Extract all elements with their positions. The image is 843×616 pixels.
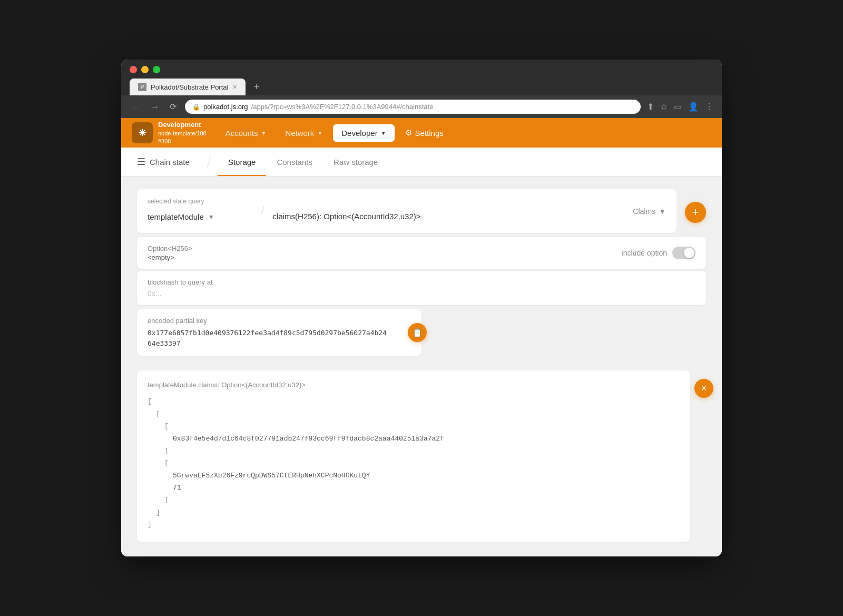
result-line-6: [	[148, 457, 680, 469]
tab-close-button[interactable]: ×	[232, 83, 237, 91]
result-line-10: ]	[148, 506, 680, 519]
encoded-value: 0x177e6857fb1d0e4093761​22fee3ad4f89c5d7…	[148, 328, 411, 348]
result-line-1: [	[148, 395, 680, 407]
tab-constants[interactable]: Constants	[266, 149, 323, 176]
blockhash-label: blockhash to query at	[148, 278, 695, 286]
new-tab-button[interactable]: +	[250, 80, 264, 95]
result-line-5: ]	[148, 445, 680, 457]
network-menu-item[interactable]: Network ▼	[277, 124, 331, 142]
result-line-7: 5GrwvaEF5zXb26Fz9rcQpDWS57CtERHpNehXCPcN…	[148, 470, 680, 482]
query-method-area: claims(H256): Option<(AccountId32,u32)>	[273, 201, 625, 221]
result-line-3: [	[148, 420, 680, 432]
accounts-arrow-icon: ▼	[261, 130, 266, 136]
browser-window: P Polkadot/Substrate Portal × + ← → ⟳ 🔒 …	[121, 60, 722, 556]
reload-button[interactable]: ⟳	[168, 100, 179, 114]
option-header: Option<H256> <empty> include option	[148, 245, 695, 261]
copy-icon: 📋	[412, 328, 423, 338]
bookmark-icon[interactable]: ☆	[660, 102, 668, 112]
main-content: selected state query templateModule ▼ / …	[121, 177, 722, 556]
logo-icon: ❋	[132, 122, 153, 143]
result-card: templateModule.claims: Option<(AccountId…	[137, 370, 690, 541]
tab-title: Polkadot/Substrate Portal	[151, 83, 228, 91]
page-subnav: ☰ Chain state Storage Constants Raw stor…	[121, 148, 722, 177]
settings-gear-icon: ⚙	[405, 128, 412, 138]
traffic-lights	[130, 66, 713, 73]
fullscreen-traffic-light[interactable]	[153, 66, 160, 73]
network-label: Network	[285, 129, 314, 138]
profile-icon[interactable]: 👤	[688, 102, 699, 112]
result-code: [ [ [ 0x83f4e5e4d7d1c64c8f027791adb247f9…	[148, 395, 680, 531]
subnav-divider	[207, 156, 211, 168]
settings-button[interactable]: ⚙ Settings	[397, 124, 452, 142]
address-domain: polkadot.js.org	[203, 103, 248, 111]
query-separator: /	[261, 205, 264, 217]
lock-icon: 🔒	[192, 103, 200, 111]
app-header: ❋ Development node-template/100 #308 Acc…	[121, 118, 722, 148]
app-nav-menu: Accounts ▼ Network ▼ Developer ▼ ⚙ Setti…	[217, 124, 711, 142]
forward-button[interactable]: →	[149, 100, 161, 114]
network-name: Development	[158, 120, 207, 130]
close-result-button[interactable]: ×	[694, 379, 713, 398]
query-label: selected state query	[148, 198, 253, 205]
tab-storage[interactable]: Storage	[218, 149, 267, 176]
logo-text: Development node-template/100 #308	[158, 120, 207, 146]
include-option-toggle[interactable]	[672, 247, 695, 259]
developer-menu-item[interactable]: Developer ▼	[333, 124, 394, 142]
result-line-11: ]	[148, 519, 680, 531]
module-name: templateModule	[148, 212, 204, 221]
query-type-arrow-icon: ▼	[659, 207, 666, 216]
back-button[interactable]: ←	[130, 100, 142, 114]
query-label-area: selected state query templateModule ▼	[148, 198, 253, 224]
address-bar[interactable]: 🔒 polkadot.js.org /apps/?rpc=ws%3A%2F%2F…	[185, 100, 641, 114]
query-type-selector[interactable]: Claims ▼	[633, 207, 666, 216]
browser-tab[interactable]: P Polkadot/Substrate Portal ×	[130, 79, 246, 95]
developer-arrow-icon: ▼	[381, 130, 386, 136]
nav-actions: ⬆ ☆ ▭ 👤 ⋮	[647, 102, 713, 112]
share-icon[interactable]: ⬆	[647, 102, 654, 112]
tab-raw-storage[interactable]: Raw storage	[323, 149, 388, 176]
query-card: selected state query templateModule ▼ / …	[137, 189, 677, 233]
include-option-row: include option	[622, 247, 695, 259]
address-path: /apps/?rpc=ws%3A%2F%2F127.0.0.1%3A9944#/…	[251, 103, 434, 111]
logo-area: ❋ Development node-template/100 #308	[132, 120, 207, 146]
encoded-section: encoded partial key 0x177e6857fb1d0e4093…	[137, 307, 706, 364]
result-header: templateModule.claims: Option<(AccountId…	[148, 381, 680, 389]
chain-state-icon: ☰	[137, 156, 145, 168]
copy-button[interactable]: 📋	[408, 323, 427, 342]
result-line-9: ]	[148, 494, 680, 506]
minimize-traffic-light[interactable]	[141, 66, 149, 73]
subnav-tabs: Storage Constants Raw storage	[218, 149, 388, 175]
developer-label: Developer	[341, 129, 377, 138]
result-area: templateModule.claims: Option<(AccountId…	[137, 370, 706, 541]
accounts-menu-item[interactable]: Accounts ▼	[217, 124, 275, 142]
encoded-content: encoded partial key 0x177e6857fb1d0e4093…	[148, 317, 411, 348]
result-line-4: 0x83f4e5e4d7d1c64c8f027791adb247f93cc69f…	[148, 433, 680, 445]
toggle-knob	[684, 248, 694, 258]
node-info: node-template/100	[158, 130, 207, 138]
query-type-label: Claims	[633, 207, 655, 216]
more-options-icon[interactable]: ⋮	[705, 102, 713, 112]
add-icon: +	[692, 206, 699, 219]
query-row: selected state query templateModule ▼ / …	[137, 189, 706, 235]
settings-label: Settings	[415, 129, 444, 138]
close-traffic-light[interactable]	[130, 66, 137, 73]
logo-symbol: ❋	[139, 127, 146, 139]
result-line-2: [	[148, 408, 680, 420]
option-type: Option<H256>	[148, 245, 192, 252]
option-value: <empty>	[148, 253, 192, 261]
query-method: claims(H256): Option<(AccountId32,u32)>	[273, 212, 625, 221]
tab-bar: P Polkadot/Substrate Portal × +	[130, 79, 713, 95]
option-type-area: Option<H256> <empty>	[148, 245, 192, 261]
chain-state-section[interactable]: ☰ Chain state	[137, 148, 200, 176]
blockhash-input[interactable]: 0x...	[148, 289, 695, 298]
accounts-label: Accounts	[226, 129, 258, 138]
tab-favicon: P	[138, 83, 146, 91]
module-dropdown-icon: ▼	[208, 213, 214, 221]
module-select[interactable]: templateModule ▼	[148, 209, 253, 224]
network-arrow-icon: ▼	[317, 130, 322, 136]
reader-icon[interactable]: ▭	[674, 102, 682, 112]
add-query-button[interactable]: +	[685, 202, 706, 223]
encoded-card: encoded partial key 0x177e6857fb1d0e4093…	[137, 309, 422, 356]
browser-nav: ← → ⟳ 🔒 polkadot.js.org /apps/?rpc=ws%3A…	[121, 95, 722, 118]
option-card: Option<H256> <empty> include option	[137, 237, 706, 269]
